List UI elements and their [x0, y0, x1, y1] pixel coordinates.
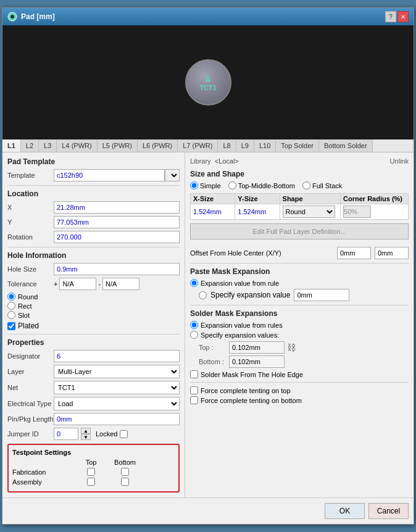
- canvas-area: 6 TCT1: [2, 25, 414, 139]
- force-bottom-label: Force complete tenting on bottom: [201, 397, 302, 404]
- locked-checkbox[interactable]: [120, 430, 128, 438]
- tp-fab-top-checkbox[interactable]: [87, 468, 95, 476]
- solder-bottom-input[interactable]: [229, 355, 285, 368]
- cancel-button[interactable]: Cancel: [368, 503, 409, 519]
- tab-l9[interactable]: L9: [236, 139, 254, 152]
- specify-expansion-values-radio[interactable]: [190, 331, 198, 339]
- force-bottom-checkbox[interactable]: [190, 396, 198, 404]
- left-panel: Pad Template Template Location X Y Rotat…: [2, 152, 185, 497]
- force-top-label: Force complete tenting on top: [201, 387, 291, 394]
- elec-type-select[interactable]: Load: [54, 397, 180, 410]
- layer-select[interactable]: Multi-Layer: [54, 365, 180, 378]
- jumper-id-input[interactable]: [54, 428, 78, 440]
- corner-radius-header: Corner Radius (%): [341, 194, 409, 204]
- solder-mask-label: Solder Mask Expansions: [190, 309, 409, 318]
- full-stack-radio[interactable]: [302, 181, 310, 189]
- expansion-from-rule-radio[interactable]: [190, 279, 198, 287]
- edit-full-pad-button[interactable]: Edit Full Pad Layer Definition...: [190, 223, 409, 239]
- tab-l7[interactable]: L7 (PWR): [178, 139, 218, 152]
- specify-expansion-values-label: Specify expansion values:: [201, 331, 279, 339]
- corner-radius-input[interactable]: [343, 206, 371, 218]
- shape-slot-label: Slot: [18, 312, 30, 319]
- x-size-header: X-Size: [191, 194, 235, 204]
- footer: OK Cancel: [2, 497, 414, 524]
- plated-label: Plated: [18, 322, 39, 330]
- solder-mask-hole-checkbox[interactable]: [190, 370, 198, 378]
- shape-round-radio[interactable]: [7, 293, 15, 301]
- expansion-from-rules-radio[interactable]: [190, 321, 198, 329]
- testpoint-settings-box: Testpoint Settings Top Bottom Fabricatio…: [7, 444, 180, 493]
- designator-input[interactable]: [54, 350, 180, 362]
- tab-l5[interactable]: L5 (PWR): [98, 139, 138, 152]
- force-bottom-tenting-row: Force complete tenting on bottom: [190, 396, 409, 404]
- force-top-checkbox[interactable]: [190, 386, 198, 394]
- jumper-up-btn[interactable]: ▲: [81, 428, 91, 434]
- offset-y-input[interactable]: [375, 247, 409, 259]
- template-dropdown[interactable]: [165, 169, 180, 181]
- tab-l4[interactable]: L4 (PWR): [57, 139, 97, 152]
- hole-info-label: Hole Information: [7, 251, 180, 260]
- tol-plus-input[interactable]: [59, 278, 96, 290]
- tp-assembly-bottom-checkbox[interactable]: [121, 478, 129, 486]
- pad-number: 6: [206, 73, 210, 84]
- shape-rect-label: Rect: [18, 302, 32, 310]
- top-mid-bot-radio[interactable]: [228, 181, 236, 189]
- pin-pkg-input[interactable]: [54, 413, 180, 425]
- unlink-button[interactable]: Unlink: [389, 157, 409, 165]
- pin-pkg-label: Pin/Pkg Length: [7, 415, 54, 423]
- plated-checkbox[interactable]: [7, 322, 15, 330]
- specify-expansion-input[interactable]: [294, 289, 349, 301]
- tab-l6[interactable]: L6 (PWR): [138, 139, 178, 152]
- solder-mask-section: Solder Mask Expansions Expansion value f…: [190, 309, 409, 378]
- tp-fab-bottom-checkbox[interactable]: [121, 468, 129, 476]
- offset-row: Offset From Hole Center (X/Y): [190, 247, 409, 259]
- y-size-input[interactable]: [238, 208, 275, 215]
- help-button[interactable]: ?: [385, 11, 396, 22]
- tab-top-solder[interactable]: Top Solder: [276, 139, 319, 152]
- y-label: Y: [7, 218, 54, 226]
- template-input[interactable]: [54, 169, 165, 181]
- shape-table: X-Size Y-Size Shape Corner Radius (%): [190, 193, 409, 220]
- testpoint-title: Testpoint Settings: [12, 449, 175, 456]
- right-panel: Library <Local> Unlink Size and Shape Si…: [185, 152, 414, 497]
- tab-l10[interactable]: L10: [254, 139, 276, 152]
- pad-preview: 6 TCT1: [185, 59, 231, 106]
- properties-label: Properties: [7, 338, 180, 347]
- tab-l2[interactable]: L2: [21, 139, 39, 152]
- tab-l8[interactable]: L8: [218, 139, 236, 152]
- tp-top-col-header: Top: [74, 459, 108, 466]
- tab-l3[interactable]: L3: [39, 139, 57, 152]
- tp-assembly-top-checkbox[interactable]: [87, 478, 95, 486]
- solder-bottom-row: Bottom :: [199, 355, 409, 368]
- hole-size-input[interactable]: [54, 263, 180, 275]
- ok-button[interactable]: OK: [325, 503, 365, 519]
- net-select[interactable]: TCT1: [54, 381, 180, 394]
- tol-minus-sign: -: [98, 280, 101, 288]
- simple-label: Simple: [200, 182, 221, 189]
- shape-header: Shape: [280, 194, 340, 204]
- solder-top-input[interactable]: [229, 341, 285, 354]
- tab-l1[interactable]: L1: [2, 139, 21, 152]
- tol-minus-input[interactable]: [102, 278, 139, 290]
- force-top-tenting-row: Force complete tenting on top: [190, 386, 409, 394]
- x-size-input[interactable]: [193, 208, 230, 215]
- close-button[interactable]: ✕: [397, 11, 409, 22]
- simple-radio[interactable]: [190, 181, 198, 189]
- pad-shape-group: Round Rect Slot: [7, 293, 180, 319]
- x-input[interactable]: [54, 201, 180, 214]
- rotation-input[interactable]: [54, 231, 180, 243]
- size-shape-label: Size and Shape: [190, 170, 409, 178]
- y-input[interactable]: [54, 216, 180, 228]
- specify-expansion-radio[interactable]: [199, 291, 207, 299]
- specify-expansion-label: Specify expansion value: [210, 291, 290, 299]
- shape-slot-radio[interactable]: [7, 311, 15, 319]
- pad-icon: [7, 12, 17, 22]
- location-label: Location: [7, 189, 180, 198]
- pad-template-label: Pad Template: [7, 157, 180, 166]
- shape-rect-radio[interactable]: [7, 302, 15, 310]
- offset-x-input[interactable]: [337, 247, 371, 259]
- tab-bottom-solder[interactable]: Bottom Solder: [319, 139, 373, 152]
- tp-fab-row: Fabrication: [12, 468, 175, 476]
- shape-select[interactable]: Round Rect Oval: [283, 206, 335, 218]
- jumper-down-btn[interactable]: ▼: [81, 434, 91, 440]
